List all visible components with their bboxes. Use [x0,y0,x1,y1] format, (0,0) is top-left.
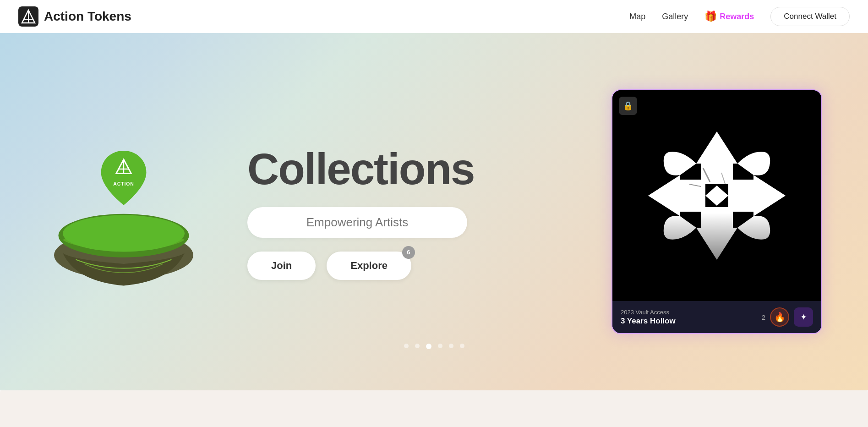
carousel-dot-3[interactable] [426,344,431,349]
bottom-section [0,386,868,427]
fire-button[interactable]: 🔥 [770,307,789,327]
explore-button-wrapper: 6 Explore [327,252,411,280]
logo-icon [18,6,38,27]
connect-wallet-button[interactable]: Connect Wallet [770,7,850,26]
hero-section: ACTION Collections Empowering Artists Jo… [0,33,868,390]
center-content: Collections Empowering Artists Join 6 Ex… [220,144,611,280]
action-buttons: Join 6 Explore [247,252,411,280]
logo-text: Action Tokens [44,9,131,24]
header: Action Tokens Map Gallery 🎁 Rewards Conn… [0,0,868,33]
carousel-dot-6[interactable] [460,344,464,348]
nft-actions: 2 🔥 ✦ [762,307,813,327]
carousel-dot-1[interactable] [404,344,409,348]
subtitle-pill: Empowering Artists [247,207,467,238]
sparkle-icon: ✦ [800,312,807,322]
nft-card: 🔒 [611,89,822,334]
sparkle-button[interactable]: ✦ [794,307,813,327]
lock-badge: 🔒 [619,97,637,115]
lock-icon: 🔒 [623,101,633,111]
nft-count: 2 [762,313,765,321]
carousel-dots [404,344,464,349]
logo-area: Action Tokens [18,6,131,27]
collections-title: Collections [247,144,474,194]
nft-info: 2023 Vault Access 3 Years Hollow [621,309,676,326]
fire-icon: 🔥 [774,312,786,323]
nft-card-footer: 2023 Vault Access 3 Years Hollow 2 🔥 ✦ [612,301,821,333]
svg-text:ACTION: ACTION [113,181,134,186]
island-illustration: ACTION [37,125,211,299]
svg-point-6 [63,215,185,252]
gift-icon: 🎁 [704,11,717,22]
nft-symbol [630,109,804,283]
explore-button[interactable]: Explore [327,252,411,280]
nft-card-container: 🔒 [611,89,831,334]
nft-card-image: 🔒 [612,90,821,301]
carousel-dot-2[interactable] [415,344,420,348]
nav-map[interactable]: Map [629,12,645,22]
join-button[interactable]: Join [247,252,316,280]
nav-rewards[interactable]: 🎁 Rewards [704,11,754,22]
carousel-dot-5[interactable] [449,344,453,348]
island-container: ACTION [27,125,220,299]
carousel-dot-4[interactable] [438,344,442,348]
nav-gallery[interactable]: Gallery [662,12,688,22]
nav-area: Map Gallery 🎁 Rewards Connect Wallet [629,7,850,26]
explore-badge: 6 [402,246,415,259]
nft-year-label: 2023 Vault Access [621,309,676,316]
svg-rect-23 [630,109,804,283]
nft-name-label: 3 Years Hollow [621,317,676,326]
